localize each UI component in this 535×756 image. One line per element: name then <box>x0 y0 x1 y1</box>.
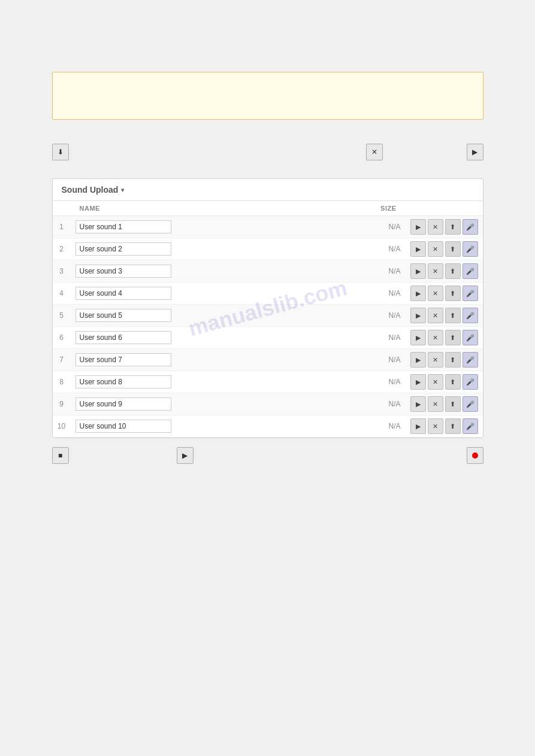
close-top-button[interactable]: ✕ <box>366 144 383 160</box>
record-sound-button[interactable]: 🎤 <box>463 396 478 412</box>
bottom-controls: ■ ▶ <box>52 447 483 464</box>
clear-sound-button[interactable]: ✕ <box>428 219 443 235</box>
row-actions: ▶ ✕ ⬆ 🎤 <box>406 349 483 371</box>
clear-sound-button[interactable]: ✕ <box>428 374 443 390</box>
play-sound-button[interactable]: ▶ <box>410 308 426 323</box>
download-icon: ⬇ <box>58 148 64 156</box>
record-sound-button[interactable]: 🎤 <box>463 241 478 257</box>
row-number: 6 <box>53 327 71 349</box>
sound-name-input[interactable] <box>75 242 171 256</box>
row-name-cell <box>71 216 191 238</box>
row-actions: ▶ ✕ ⬆ 🎤 <box>406 260 483 283</box>
table-row: 8 N/A ▶ ✕ ⬆ 🎤 <box>53 371 483 393</box>
upload-sound-button[interactable]: ⬆ <box>445 308 461 323</box>
upload-sound-button[interactable]: ⬆ <box>445 352 461 368</box>
table-row: 3 N/A ▶ ✕ ⬆ 🎤 <box>53 260 483 283</box>
record-sound-button[interactable]: 🎤 <box>463 308 478 323</box>
play-top-button[interactable]: ▶ <box>467 144 483 160</box>
clear-sound-button[interactable]: ✕ <box>428 330 443 345</box>
row-number: 5 <box>53 305 71 327</box>
upload-sound-button[interactable]: ⬆ <box>445 330 461 345</box>
sound-name-input[interactable] <box>75 265 171 278</box>
row-size: N/A <box>191 327 406 349</box>
action-buttons-group: ▶ ✕ ⬆ 🎤 <box>410 418 478 434</box>
row-name-cell <box>71 415 191 438</box>
play-bottom-button[interactable]: ▶ <box>177 447 194 464</box>
action-buttons-group: ▶ ✕ ⬆ 🎤 <box>410 374 478 390</box>
row-name-cell <box>71 393 191 415</box>
row-size: N/A <box>191 260 406 283</box>
play-sound-button[interactable]: ▶ <box>410 330 426 345</box>
record-sound-button[interactable]: 🎤 <box>463 263 478 279</box>
clear-sound-button[interactable]: ✕ <box>428 352 443 368</box>
record-sound-button[interactable]: 🎤 <box>463 352 478 368</box>
row-actions: ▶ ✕ ⬆ 🎤 <box>406 393 483 415</box>
record-button[interactable] <box>467 447 483 464</box>
sound-table-head: NAME SIZE <box>53 201 483 216</box>
upload-sound-button[interactable]: ⬆ <box>445 418 461 434</box>
sound-name-input[interactable] <box>75 220 171 233</box>
clear-sound-button[interactable]: ✕ <box>428 396 443 412</box>
play-sound-button[interactable]: ▶ <box>410 352 426 368</box>
row-number: 8 <box>53 371 71 393</box>
sound-name-input[interactable] <box>75 397 171 411</box>
clear-sound-button[interactable]: ✕ <box>428 418 443 434</box>
clear-sound-button[interactable]: ✕ <box>428 241 443 257</box>
clear-sound-button[interactable]: ✕ <box>428 308 443 323</box>
record-sound-button[interactable]: 🎤 <box>463 219 478 235</box>
sound-name-input[interactable] <box>75 309 171 322</box>
play-sound-button[interactable]: ▶ <box>410 396 426 412</box>
upload-sound-button[interactable]: ⬆ <box>445 374 461 390</box>
col-actions <box>406 201 483 216</box>
record-sound-button[interactable]: 🎤 <box>463 286 478 301</box>
sound-name-input[interactable] <box>75 331 171 344</box>
table-row: 9 N/A ▶ ✕ ⬆ 🎤 <box>53 393 483 415</box>
play-sound-button[interactable]: ▶ <box>410 241 426 257</box>
action-buttons-group: ▶ ✕ ⬆ 🎤 <box>410 241 478 257</box>
row-name-cell <box>71 260 191 283</box>
stop-icon: ■ <box>58 451 62 460</box>
upload-sound-button[interactable]: ⬆ <box>445 286 461 301</box>
play-sound-button[interactable]: ▶ <box>410 418 426 434</box>
clear-sound-button[interactable]: ✕ <box>428 286 443 301</box>
row-number: 2 <box>53 238 71 260</box>
clear-sound-button[interactable]: ✕ <box>428 263 443 279</box>
row-number: 7 <box>53 349 71 371</box>
action-buttons-group: ▶ ✕ ⬆ 🎤 <box>410 286 478 301</box>
upload-sound-button[interactable]: ⬆ <box>445 219 461 235</box>
play-sound-button[interactable]: ▶ <box>410 263 426 279</box>
sound-name-input[interactable] <box>75 420 171 433</box>
play-sound-button[interactable]: ▶ <box>410 219 426 235</box>
col-num <box>53 201 71 216</box>
sound-name-input[interactable] <box>75 353 171 366</box>
action-buttons-group: ▶ ✕ ⬆ 🎤 <box>410 330 478 345</box>
row-number: 4 <box>53 283 71 305</box>
sound-upload-section: Sound Upload ▾ NAME SIZE 1 N/A <box>52 178 483 438</box>
download-button[interactable]: ⬇ <box>52 144 69 160</box>
row-actions: ▶ ✕ ⬆ 🎤 <box>406 415 483 438</box>
action-buttons-group: ▶ ✕ ⬆ 🎤 <box>410 263 478 279</box>
record-sound-button[interactable]: 🎤 <box>463 374 478 390</box>
record-sound-button[interactable]: 🎤 <box>463 330 478 345</box>
upload-sound-button[interactable]: ⬆ <box>445 396 461 412</box>
sound-section-title: Sound Upload <box>62 185 119 195</box>
upload-sound-button[interactable]: ⬆ <box>445 263 461 279</box>
row-number: 3 <box>53 260 71 283</box>
sound-name-input[interactable] <box>75 375 171 388</box>
row-number: 1 <box>53 216 71 238</box>
play-sound-button[interactable]: ▶ <box>410 286 426 301</box>
stop-button[interactable]: ■ <box>52 447 69 464</box>
record-sound-button[interactable]: 🎤 <box>463 418 478 434</box>
col-size: SIZE <box>191 201 406 216</box>
sound-table-body: 1 N/A ▶ ✕ ⬆ 🎤 2 N/A ▶ <box>53 216 483 438</box>
sound-table: NAME SIZE 1 N/A ▶ ✕ ⬆ 🎤 <box>53 201 483 438</box>
sound-name-input[interactable] <box>75 287 171 300</box>
sound-table-header-row: NAME SIZE <box>53 201 483 216</box>
row-actions: ▶ ✕ ⬆ 🎤 <box>406 371 483 393</box>
row-size: N/A <box>191 349 406 371</box>
info-box <box>52 72 483 120</box>
upload-sound-button[interactable]: ⬆ <box>445 241 461 257</box>
record-dot-icon <box>472 453 478 459</box>
play-sound-button[interactable]: ▶ <box>410 374 426 390</box>
row-number: 9 <box>53 393 71 415</box>
